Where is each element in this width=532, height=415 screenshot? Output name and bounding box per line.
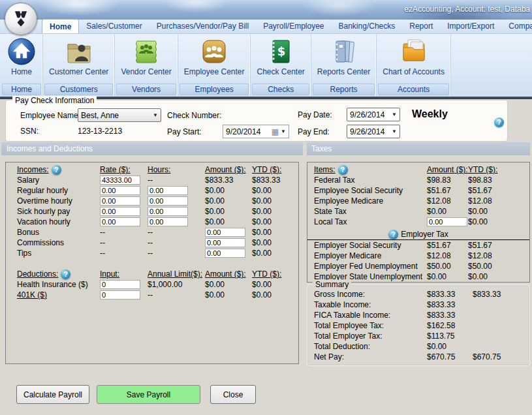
rate-input[interactable] [100, 176, 140, 185]
incomes-rows: Salary -- $833.33 $833 [6, 175, 298, 258]
ribbon-button[interactable]: Customer Center [44, 36, 113, 76]
menu-tab-label: Sales/Customer [86, 22, 142, 31]
help-icon[interactable]: ? [494, 117, 504, 127]
hours-input[interactable] [148, 186, 188, 195]
help-icon[interactable]: ? [388, 230, 398, 239]
rate-input[interactable] [100, 207, 140, 216]
chevron-down-icon: ▼ [279, 129, 286, 134]
income-row: Bonus -- -- $0.00 [6, 227, 298, 238]
rate-input[interactable] [100, 186, 140, 195]
deduction-input[interactable] [100, 280, 140, 289]
pay-date-select[interactable]: 9/26/2014 ▼ [347, 108, 400, 121]
ytd-value: $0.00 [252, 196, 298, 206]
ribbon-button[interactable]: Home [2, 36, 41, 76]
ribbon-button[interactable]: Chart of Accounts [378, 36, 449, 76]
tax-label: Federal Tax [314, 175, 427, 185]
summary-row: Total Employer Tax: $113.75 [307, 331, 529, 341]
close-button[interactable]: Close [210, 385, 256, 404]
taxes-col-item: Items: [314, 164, 336, 175]
ribbon-group-caption: Checks [252, 84, 309, 95]
ribbon-group-caption: Accounts [378, 84, 449, 95]
summary-row: FICA Taxable Income: $833.33 [307, 310, 529, 320]
pay-date-label: Pay Date: [298, 110, 332, 119]
tax-amount-input[interactable] [427, 217, 467, 226]
ribbon-group: Home Home [1, 35, 43, 97]
tax-row: Local Tax $0.00 [307, 217, 529, 227]
menu-tab[interactable]: Payroll/Employee [256, 19, 331, 33]
hours-input[interactable] [148, 217, 188, 226]
menu-tab[interactable]: Report [402, 19, 440, 33]
income-row: Overtime hourly $0.00 [6, 196, 298, 206]
summary-label: FICA Taxable Income: [314, 310, 427, 320]
menu-tab[interactable]: Home [42, 19, 79, 33]
ribbon-button-label: Reports Center [317, 67, 370, 76]
deduction-label: Health Insurance ($) [17, 279, 100, 290]
incomes-col-hours: Hours: [148, 164, 205, 175]
tax-label: Local Tax [314, 217, 427, 227]
income-row: Commissions -- -- $0.0 [6, 238, 298, 248]
rate-input[interactable] [100, 196, 140, 206]
tax-ytd-value: $98.83 [468, 175, 529, 185]
amount-input[interactable] [205, 228, 245, 237]
ribbon-group: $ Check Center Checks [251, 35, 311, 97]
tax-ytd-value: $0.00 [468, 206, 529, 217]
help-icon[interactable]: ? [61, 269, 70, 279]
summary-rows: Gross Income: $833.33 $833.33 Taxable In… [307, 285, 529, 362]
summary-row: Taxable Income: $833.33 [307, 300, 529, 310]
summary-label: Net Pay: [314, 352, 427, 362]
menu-tab[interactable]: Sales/Customer [79, 19, 149, 33]
deduction-label: 401K ($) [17, 290, 100, 300]
ytd-value: $0.00 [252, 227, 298, 238]
help-icon[interactable]: ? [52, 165, 61, 175]
pay-start-datepicker[interactable]: 9/20/2014 ▦ ▼ [223, 125, 289, 138]
window-title: ezAccounting, Account: test, Databa [404, 5, 530, 14]
amount-input[interactable] [205, 249, 245, 258]
summary-ytd-value: $833.33 [473, 289, 529, 300]
paycheck-info-title: Pay Check Information [12, 96, 97, 105]
menu-bar: Home Sales/Customer Purchases/Vendor/Pay… [0, 20, 532, 34]
menu-tab[interactable]: Company [501, 19, 532, 33]
main-content: Pay Check Information Employee Name: Bes… [0, 99, 532, 415]
ribbon-button[interactable]: Employee Center [180, 36, 249, 76]
menu-tab[interactable]: Purchases/Vendor/Pay Bill [149, 19, 256, 33]
ribbon-button[interactable]: Vendor Center [116, 36, 176, 76]
deductions-col-item: Deductions: [17, 269, 58, 279]
rate-input[interactable] [100, 217, 140, 226]
check-number-label: Check Number: [167, 111, 221, 120]
summary-row: Net Pay: $670.75 $670.75 [307, 352, 529, 362]
deduction-input[interactable] [100, 290, 140, 300]
employee-name-select[interactable]: Best, Anne ▼ [78, 108, 161, 122]
tax-row: Federal Tax $98.83 $98.83 [307, 175, 529, 185]
pay-end-select[interactable]: 9/26/2014 ▼ [347, 125, 400, 138]
app-logo-button[interactable] [5, 3, 37, 35]
calculate-payroll-button[interactable]: Calculate Payroll [16, 385, 89, 404]
titlebar: ezAccounting, Account: test, Databa [0, 0, 532, 20]
menu-tab-label: Banking/Checks [339, 22, 396, 31]
summary-row: Total Employee Tax: $162.58 [307, 320, 529, 331]
ribbon-button[interactable]: $ Check Center [252, 36, 309, 76]
taxes-table-header: Items: ? Amount ($): YTD ($): [307, 164, 529, 175]
ribbon-group: Chart of Accounts Accounts [377, 35, 451, 97]
tax-row: Employer Social Security $51.67 $51.67 [307, 240, 529, 251]
deduction-row: 401K ($) -- $0.00 $0.00 [6, 290, 298, 300]
menu-tab-label: Report [409, 22, 433, 31]
amount-input[interactable] [205, 238, 245, 247]
pay-start-label: Pay Start: [167, 127, 202, 136]
hours-input[interactable] [148, 207, 188, 216]
help-icon[interactable]: ? [338, 165, 348, 175]
tax-label: State Tax [314, 206, 427, 217]
ribbon-icon [7, 37, 37, 67]
menu-tab[interactable]: Banking/Checks [332, 19, 403, 33]
svg-text:$: $ [277, 44, 286, 58]
ssn-value: 123-13-2213 [78, 127, 122, 136]
tax-amount-value: $0.00 [427, 271, 468, 282]
ribbon-button[interactable]: Reports Center [313, 36, 375, 76]
menu-tab[interactable]: Import/Export [440, 19, 501, 33]
income-label: Vacation hourly [17, 217, 100, 227]
tax-ytd-value: $0.00 [468, 271, 529, 282]
hours-input[interactable] [148, 196, 188, 206]
income-label: Bonus [17, 227, 100, 238]
incomes-section-header: Incomes and Deductions [1, 142, 303, 155]
amount-value: $0.00 [205, 279, 252, 290]
save-payroll-button[interactable]: Save Payroll [97, 385, 200, 404]
